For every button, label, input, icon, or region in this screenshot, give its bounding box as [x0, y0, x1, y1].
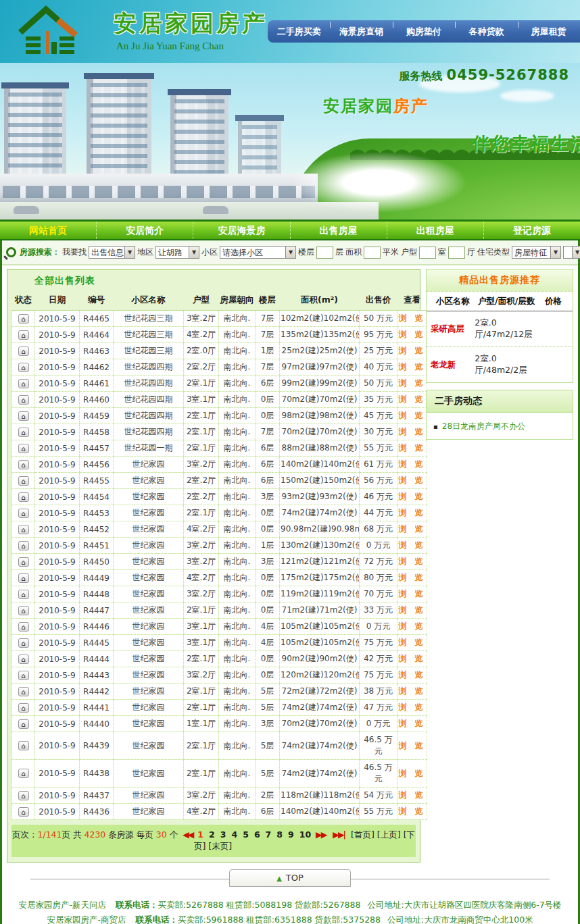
house-status-icon[interactable]: ⌂ [18, 791, 29, 800]
page-number[interactable]: 6 [254, 829, 260, 840]
floor-input[interactable] [316, 247, 333, 259]
top-nav-item[interactable]: 海景房直销 [330, 20, 392, 43]
recommend-community-link[interactable]: 老龙新 [431, 359, 475, 371]
main-nav-item[interactable]: 网站首页 [0, 222, 97, 239]
page-number[interactable]: 10 [299, 829, 311, 840]
house-status-icon[interactable]: ⌂ [18, 314, 29, 324]
house-status-icon[interactable]: ⌂ [18, 346, 29, 356]
site-logo[interactable] [11, 4, 91, 61]
view-link[interactable]: 浏 览 [398, 621, 425, 631]
last-page-link[interactable]: [末页] [208, 841, 232, 851]
main-nav-item[interactable]: 出售房屋 [291, 222, 387, 239]
house-status-icon[interactable]: ⌂ [18, 622, 29, 632]
community-select[interactable]: 请选择小区▼ [220, 246, 296, 259]
house-status-icon[interactable]: ⌂ [18, 509, 29, 518]
house-status-icon[interactable]: ⌂ [18, 638, 29, 648]
house-status-icon[interactable]: ⌂ [18, 573, 29, 583]
first-page-link[interactable]: [首页] [351, 829, 374, 840]
house-status-icon[interactable]: ⌂ [18, 363, 29, 372]
house-status-icon[interactable]: ⌂ [18, 541, 29, 550]
view-link[interactable]: 浏 览 [398, 702, 425, 712]
house-status-icon[interactable]: ⌂ [18, 719, 29, 729]
view-link[interactable]: 浏 览 [398, 476, 425, 485]
house-status-icon[interactable]: ⌂ [18, 395, 29, 405]
next-set-arrow[interactable]: ▶▶ [316, 829, 326, 840]
house-status-icon[interactable]: ⌂ [18, 687, 29, 696]
page-number[interactable]: 3 [220, 829, 226, 840]
house-status-icon[interactable]: ⌂ [18, 492, 29, 502]
view-link[interactable]: 浏 览 [398, 508, 425, 517]
view-link[interactable]: 浏 览 [398, 346, 425, 355]
view-link[interactable]: 浏 览 [398, 313, 425, 323]
house-status-icon[interactable]: ⌂ [18, 476, 29, 486]
view-link[interactable]: 浏 览 [398, 605, 425, 615]
house-status-icon[interactable]: ⌂ [18, 807, 29, 817]
house-status-icon[interactable]: ⌂ [18, 769, 29, 778]
page-number[interactable]: 4 [231, 829, 237, 840]
view-link[interactable]: 浏 览 [398, 654, 425, 663]
main-nav-item[interactable]: 出租房屋 [387, 222, 484, 239]
view-link[interactable]: 浏 览 [398, 589, 425, 598]
view-link[interactable]: 浏 览 [398, 330, 425, 339]
house-status-icon[interactable]: ⌂ [18, 741, 29, 750]
top-nav-item[interactable]: 二手房买卖 [268, 20, 330, 43]
view-link[interactable]: 浏 览 [398, 492, 425, 501]
view-link[interactable]: 浏 览 [398, 394, 425, 404]
house-status-icon[interactable]: ⌂ [18, 428, 29, 437]
house-status-icon[interactable]: ⌂ [18, 590, 29, 599]
back-to-top-button[interactable]: ▲TOP [229, 869, 351, 887]
house-status-icon[interactable]: ⌂ [18, 606, 29, 615]
view-link[interactable]: 浏 览 [398, 790, 425, 800]
view-link[interactable]: 浏 览 [398, 427, 425, 436]
house-status-icon[interactable]: ⌂ [18, 444, 29, 453]
prev-page-link[interactable]: [上页] [377, 829, 401, 840]
first-page-arrow[interactable]: ◀◀ [183, 829, 193, 840]
house-status-icon[interactable]: ⌂ [18, 525, 29, 534]
find-select[interactable]: 出售信息▼ [89, 246, 135, 259]
view-link[interactable]: 浏 览 [398, 806, 425, 816]
type-select[interactable]: 房屋特征▼ [512, 246, 561, 259]
house-status-icon[interactable]: ⌂ [18, 411, 29, 421]
house-status-icon[interactable]: ⌂ [18, 654, 29, 664]
view-link[interactable]: 浏 览 [398, 557, 425, 566]
view-link[interactable]: 浏 览 [398, 573, 425, 582]
top-nav-item[interactable]: 房屋租赁 [518, 20, 580, 43]
type-select-secondary[interactable]: ▼ [563, 246, 580, 259]
view-link[interactable]: 浏 览 [398, 686, 425, 696]
view-link[interactable]: 浏 览 [398, 411, 425, 420]
main-nav-item[interactable]: 安居海景房 [193, 222, 290, 239]
top-nav-item[interactable]: 购房垫付 [393, 20, 455, 43]
house-status-icon[interactable]: ⌂ [18, 671, 29, 680]
news-link[interactable]: 28日龙南房产局不办公 [442, 421, 525, 431]
view-link[interactable]: 浏 览 [398, 459, 425, 469]
house-status-icon[interactable]: ⌂ [18, 703, 29, 713]
house-status-icon[interactable]: ⌂ [18, 460, 29, 469]
view-link[interactable]: 浏 览 [398, 769, 425, 778]
view-link[interactable]: 浏 览 [398, 443, 425, 453]
page-number[interactable]: 7 [266, 829, 272, 840]
area-input[interactable] [364, 247, 381, 259]
house-status-icon[interactable]: ⌂ [18, 557, 29, 567]
view-link[interactable]: 浏 览 [398, 638, 425, 647]
view-link[interactable]: 浏 览 [398, 741, 425, 750]
main-nav-item[interactable]: 登记房源 [484, 222, 580, 239]
recommend-community-link[interactable]: 采研高层 [431, 324, 475, 335]
halls-input[interactable] [448, 247, 465, 259]
house-status-icon[interactable]: ⌂ [18, 330, 29, 340]
page-number[interactable]: 8 [276, 829, 283, 840]
page-number[interactable]: 5 [243, 829, 249, 840]
view-link[interactable]: 浏 览 [398, 670, 425, 679]
view-link[interactable]: 浏 览 [398, 524, 425, 534]
main-nav-item[interactable]: 安居简介 [97, 222, 193, 239]
view-link[interactable]: 浏 览 [398, 378, 425, 388]
top-nav-item[interactable]: 各种贷款 [455, 20, 517, 43]
house-status-icon[interactable]: ⌂ [18, 379, 29, 388]
view-link[interactable]: 浏 览 [398, 362, 425, 371]
view-link[interactable]: 浏 览 [398, 719, 425, 728]
district-select[interactable]: 让胡路▼ [155, 246, 199, 259]
page-number[interactable]: 2 [209, 829, 215, 840]
page-number[interactable]: 1 [197, 829, 203, 840]
page-number[interactable]: 9 [288, 829, 294, 840]
rooms-input[interactable] [419, 247, 436, 259]
view-link[interactable]: 浏 览 [398, 540, 425, 550]
